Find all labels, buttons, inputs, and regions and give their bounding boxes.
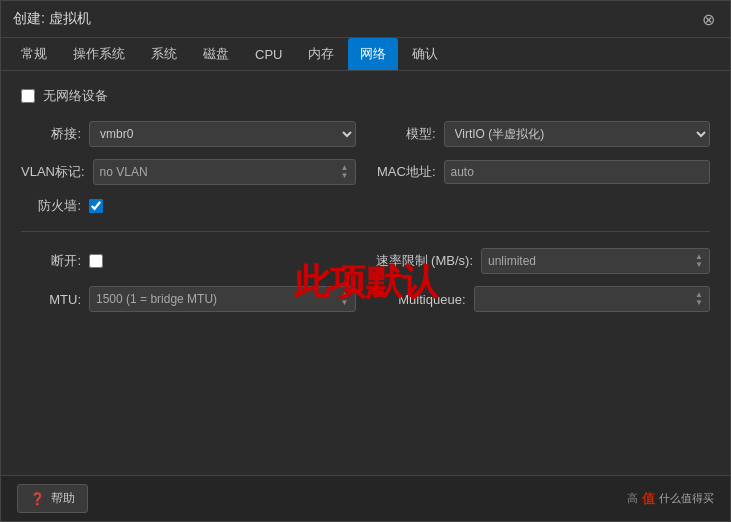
- no-network-row: 无网络设备: [21, 87, 710, 105]
- model-select[interactable]: VirtIO (半虚拟化): [444, 121, 711, 147]
- mtu-row: MTU: 1500 (1 = bridge MTU) ▲ ▼: [21, 286, 356, 312]
- close-icon: ⊗: [702, 10, 715, 29]
- bridge-row: 桥接: vmbr0: [21, 121, 356, 147]
- dialog: 创建: 虚拟机 ⊗ 常规 操作系统 系统 磁盘 CPU 内存 网络 确认 无网络…: [0, 0, 731, 522]
- watermark-site: 什么值得买: [659, 491, 714, 506]
- mtu-value: 1500 (1 = bridge MTU): [96, 292, 217, 306]
- tab-bar: 常规 操作系统 系统 磁盘 CPU 内存 网络 确认: [1, 38, 730, 71]
- watermark: 高 值 什么值得买: [627, 490, 714, 508]
- dialog-title: 创建: 虚拟机: [13, 10, 91, 28]
- no-network-checkbox[interactable]: [21, 89, 35, 103]
- rate-value: unlimited: [488, 254, 536, 268]
- close-button[interactable]: ⊗: [698, 9, 718, 29]
- tab-disk[interactable]: 磁盘: [191, 38, 241, 70]
- tab-memory[interactable]: 内存: [296, 38, 346, 70]
- tab-confirm[interactable]: 确认: [400, 38, 450, 70]
- footer: ❓ 帮助 高 值 什么值得买: [1, 475, 730, 521]
- form-content: 无网络设备 桥接: vmbr0 模型: VirtIO (半虚拟化) VLAN标记…: [1, 71, 730, 475]
- mtu-input[interactable]: 1500 (1 = bridge MTU) ▲ ▼: [89, 286, 356, 312]
- watermark-brand: 值: [642, 490, 655, 508]
- firewall-checkbox[interactable]: [89, 199, 103, 213]
- rate-row: 速率限制 (MB/s): unlimited ▲ ▼: [376, 248, 711, 274]
- vlan-input[interactable]: no VLAN ▲ ▼: [93, 159, 356, 185]
- multiqueue-down-arrow[interactable]: ▼: [695, 299, 703, 307]
- vlan-value: no VLAN: [100, 165, 148, 179]
- no-network-label: 无网络设备: [43, 87, 108, 105]
- mtu-label: MTU:: [21, 292, 81, 307]
- multiqueue-input[interactable]: ▲ ▼: [474, 286, 711, 312]
- rate-label: 速率限制 (MB/s):: [376, 252, 474, 270]
- tab-cpu[interactable]: CPU: [243, 40, 294, 69]
- disconnect-row: 断开:: [21, 248, 356, 274]
- firewall-row: 防火墙:: [21, 197, 710, 215]
- vlan-mac-row: VLAN标记: no VLAN ▲ ▼ MAC地址:: [21, 159, 710, 185]
- title-bar: 创建: 虚拟机 ⊗: [1, 1, 730, 38]
- bridge-model-row: 桥接: vmbr0 模型: VirtIO (半虚拟化): [21, 121, 710, 147]
- model-label: 模型:: [376, 125, 436, 143]
- mtu-down-arrow[interactable]: ▼: [341, 299, 349, 307]
- firewall-label: 防火墙:: [21, 197, 81, 215]
- disconnect-rate-row: 断开: 速率限制 (MB/s): unlimited ▲ ▼: [21, 248, 710, 274]
- tab-os[interactable]: 操作系统: [61, 38, 137, 70]
- mac-label: MAC地址:: [376, 163, 436, 181]
- disconnect-label: 断开:: [21, 252, 81, 270]
- mac-input[interactable]: [444, 160, 711, 184]
- multiqueue-row: Multiqueue: ▲ ▼: [376, 286, 711, 312]
- watermark-prefix: 高: [627, 491, 638, 506]
- tab-general[interactable]: 常规: [9, 38, 59, 70]
- mac-row: MAC地址:: [376, 159, 711, 185]
- vlan-label: VLAN标记:: [21, 163, 85, 181]
- tab-system[interactable]: 系统: [139, 38, 189, 70]
- rate-input[interactable]: unlimited ▲ ▼: [481, 248, 710, 274]
- bridge-select[interactable]: vmbr0: [89, 121, 356, 147]
- model-row: 模型: VirtIO (半虚拟化): [376, 121, 711, 147]
- help-label: 帮助: [51, 490, 75, 507]
- help-icon: ❓: [30, 492, 45, 506]
- divider: [21, 231, 710, 232]
- rate-down-arrow[interactable]: ▼: [695, 261, 703, 269]
- tab-network[interactable]: 网络: [348, 38, 398, 70]
- bridge-label: 桥接:: [21, 125, 81, 143]
- multiqueue-label: Multiqueue:: [376, 292, 466, 307]
- vlan-down-arrow[interactable]: ▼: [341, 172, 349, 180]
- disconnect-checkbox[interactable]: [89, 254, 103, 268]
- help-button[interactable]: ❓ 帮助: [17, 484, 88, 513]
- vlan-row: VLAN标记: no VLAN ▲ ▼: [21, 159, 356, 185]
- mtu-multiqueue-row: MTU: 1500 (1 = bridge MTU) ▲ ▼ Multiqueu…: [21, 286, 710, 312]
